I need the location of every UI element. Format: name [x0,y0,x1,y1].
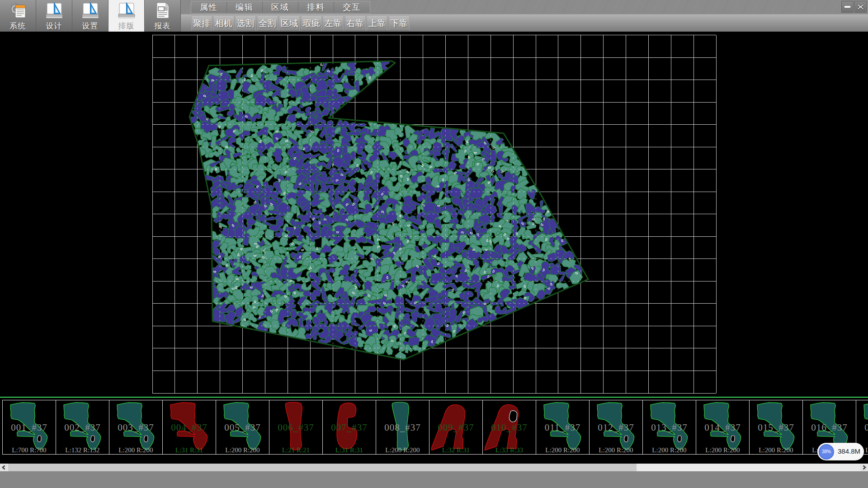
part-thumbnail-005_#37[interactable]: 005_#37L:200 R:200 [216,400,269,455]
menu-tab-区域[interactable]: 区域 [263,1,298,13]
part-name: 007_#37 [323,422,376,433]
drafting-board-icon [81,1,99,19]
part-name: 006_#37 [269,422,322,433]
action-button-区域[interactable]: 区域 [279,15,300,31]
menu-tabs: 属性编辑区域排料交互 [191,1,370,14]
action-button-相机[interactable]: 相机 [213,15,234,31]
part-quantity: L:31 R:31 [323,446,376,454]
part-name: 014_#37 [696,422,749,433]
part-quantity: L:200 R:200 [376,446,429,454]
main-buttons: 系统设计设置排版报表 [0,0,181,32]
main-button-系统[interactable]: 系统 [0,0,36,32]
main-button-label: 设置 [72,21,108,31]
part-thumbnail-003_#37[interactable]: 003_#37L:200 R:200 [109,400,163,455]
part-name: 010_#37 [483,422,536,433]
minimize-button[interactable] [841,1,854,13]
part-quantity: L:31 R:31 [163,446,216,454]
close-button[interactable] [854,1,867,13]
action-button-全割[interactable]: 全割 [257,15,278,31]
part-thumbnail-014_#37[interactable]: 014_#37L:200 R:200 [696,400,750,455]
main-button-排版[interactable]: 排版 [108,0,145,32]
action-button-瑕疵[interactable]: 瑕疵 [301,15,322,31]
action-button-下靠[interactable]: 下靠 [389,15,410,31]
part-quantity: L:200 R:200 [750,446,802,454]
part-quantity: L:200 R:200 [643,446,696,454]
parts-panel: 001_#37L:700 R:700002_#37L:132 R:132003_… [0,398,868,464]
main-button-label: 排版 [108,21,144,31]
part-thumbnail-012_#37[interactable]: 012_#37L:200 R:200 [589,400,643,455]
application-window: 系统设计设置排版报表 属性编辑区域排料交互 聚排相机选割全割区域瑕疵左靠右靠上靠… [0,0,868,488]
close-icon [855,1,866,12]
drafting-board-icon [45,1,63,19]
main-button-label: 设计 [36,21,72,31]
minimize-icon [842,1,853,12]
parts-panel-separator [0,397,868,398]
menu-tab-交互[interactable]: 交互 [334,1,370,13]
main-button-label: 报表 [145,21,180,31]
part-name: 012_#37 [590,422,642,433]
menu-tab-属性[interactable]: 属性 [191,1,227,13]
scroll-left-arrow-icon[interactable] [0,464,8,471]
part-quantity: L:200 R:200 [216,446,269,454]
part-thumbnail-010_#37[interactable]: 010_#37L:33 R:33 [482,400,536,455]
action-buttons: 聚排相机选割全割区域瑕疵左靠右靠上靠下靠 [191,15,410,31]
toolbar: 系统设计设置排版报表 属性编辑区域排料交互 聚排相机选割全割区域瑕疵左靠右靠上靠… [0,0,868,32]
part-name: 008_#37 [376,422,429,433]
memory-value: 384.8M [838,447,860,455]
action-button-上靠[interactable]: 上靠 [367,15,387,31]
main-button-报表[interactable]: 报表 [145,0,181,32]
action-button-选割[interactable]: 选割 [235,15,256,31]
part-quantity: L:200 R:200 [590,446,642,454]
part-thumbnail-008_#37[interactable]: 008_#37L:200 R:200 [376,400,429,455]
part-name: 011_#37 [536,422,589,433]
part-name: 009_#37 [429,422,482,433]
part-quantity: L:200 R:200 [536,446,589,454]
status-badge[interactable]: 38% 384.8M [817,443,864,460]
part-thumbnail-013_#37[interactable]: 013_#37L:200 R:200 [642,400,696,455]
nesting-plot [0,32,868,397]
part-name: 016_#37 [803,422,856,433]
menu-tab-编辑[interactable]: 编辑 [227,1,263,13]
action-button-左靠[interactable]: 左靠 [323,15,344,31]
part-name: 004_#37 [163,422,216,433]
part-quantity: L:132 R:132 [56,446,109,454]
bottom-status-band [0,471,868,488]
part-thumbnail-001_#37[interactable]: 001_#37L:700 R:700 [2,400,56,455]
part-thumbnail-009_#37[interactable]: 009_#37L:32 R:31 [429,400,483,455]
part-quantity: L:700 R:700 [3,446,56,454]
part-quantity: L:33 R:33 [483,446,536,454]
part-quantity: L:200 R:200 [696,446,749,454]
part-thumbnail-004_#37[interactable]: 004_#37L:31 R:31 [162,400,216,455]
part-name: 015_#37 [750,422,802,433]
main-button-label: 系统 [0,21,36,31]
window-controls [840,1,867,13]
gear-notepad-icon [9,1,27,19]
horizontal-scrollbar[interactable] [0,464,868,471]
part-name: 013_#37 [643,422,696,433]
part-name: 017_#37 [856,422,868,433]
progress-circle: 38% [819,444,834,460]
drafting-board-icon [118,1,136,19]
part-thumbnail-006_#37[interactable]: 006_#37L:21 R:21 [269,400,323,455]
scrollbar-thumb[interactable] [8,464,637,471]
part-name: 003_#37 [109,422,162,433]
part-name: 005_#37 [216,422,269,433]
menu-tab-排料[interactable]: 排料 [298,1,334,13]
part-thumbnail-007_#37[interactable]: 007_#37L:31 R:31 [322,400,376,455]
main-button-设计[interactable]: 设计 [36,0,72,32]
part-name: 002_#37 [56,422,109,433]
part-thumbnail-011_#37[interactable]: 011_#37L:200 R:200 [536,400,590,455]
part-quantity: L:21 R:21 [269,446,322,454]
action-button-右靠[interactable]: 右靠 [345,15,366,31]
part-quantity: L:200 R:200 [109,446,162,454]
part-name: 001_#37 [3,422,56,433]
part-thumbnail-015_#37[interactable]: 015_#37L:200 R:200 [749,400,803,455]
report-document-icon [154,1,172,19]
scroll-right-arrow-icon[interactable] [860,464,868,471]
main-button-设置[interactable]: 设置 [72,0,108,32]
action-button-聚排[interactable]: 聚排 [191,15,212,31]
part-thumbnail-002_#37[interactable]: 002_#37L:132 R:132 [56,400,109,455]
part-quantity: L:32 R:31 [429,446,482,454]
nesting-canvas[interactable] [0,32,868,397]
